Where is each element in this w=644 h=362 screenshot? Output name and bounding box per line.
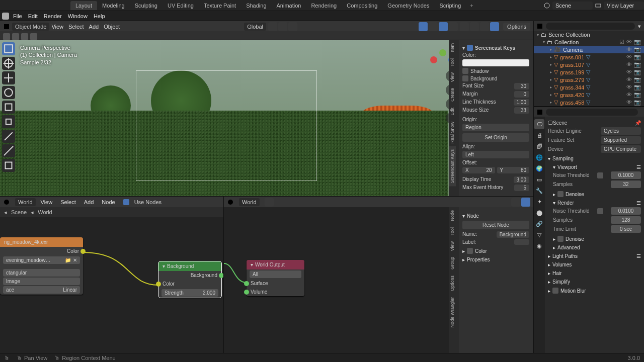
set-origin-button[interactable]: Set Origin: [462, 133, 529, 142]
tool-move[interactable]: [2, 71, 15, 84]
node-canvas-right[interactable]: ▾World Output All Surface Volume: [224, 207, 449, 353]
ntab-tool[interactable]: Tool: [449, 55, 456, 70]
setab-view[interactable]: View: [449, 238, 456, 254]
presets-icon[interactable]: ☰: [636, 164, 641, 170]
reset-node-button[interactable]: Reset Node: [462, 221, 529, 229]
outliner-item[interactable]: ▸▽grass.344▽👁📷: [534, 83, 644, 91]
ws-tab-script[interactable]: Scripting: [434, 1, 466, 10]
node-background[interactable]: ▾Background Background Color Strength2.0…: [158, 261, 221, 298]
tab-world-icon[interactable]: 🌍: [534, 163, 544, 173]
outliner-item-camera[interactable]: ▸🎥Camera👁📷: [534, 46, 644, 53]
shadow-checkbox[interactable]: [462, 68, 468, 74]
tool-measure[interactable]: [2, 144, 15, 157]
props-search[interactable]: [546, 109, 638, 116]
tool-add-cube[interactable]: [2, 159, 15, 172]
ws-tab-geo[interactable]: Geometry Nodes: [382, 1, 434, 10]
orientation-dropdown[interactable]: Global: [244, 23, 266, 31]
workspace-add-button[interactable]: +: [470, 3, 473, 9]
setab-options[interactable]: Options: [449, 273, 456, 294]
setab-node[interactable]: Node: [449, 207, 456, 224]
exclude-icon[interactable]: ☑: [619, 39, 624, 45]
ws-tab-uv[interactable]: UV Editing: [163, 1, 199, 10]
outliner-item[interactable]: ▸▽grass.279▽👁📷: [534, 76, 644, 83]
ts-icon[interactable]: [12, 33, 19, 40]
r-samples-field[interactable]: 128: [611, 216, 641, 224]
max-history-field[interactable]: 5: [514, 185, 529, 191]
outliner-item[interactable]: ▸▽grass.420▽👁📷: [534, 91, 644, 99]
offset-x-field[interactable]: 20: [486, 167, 492, 173]
device-select[interactable]: GPU Compute: [601, 145, 641, 153]
vp-menu-object[interactable]: Object: [104, 24, 120, 30]
menu-file[interactable]: File: [13, 13, 22, 19]
line-thickness-field[interactable]: 1.00: [514, 99, 529, 106]
ntab-edit[interactable]: Edit: [449, 105, 456, 119]
tab-physics-icon[interactable]: ⬤: [534, 208, 544, 218]
menu-help[interactable]: Help: [94, 13, 105, 19]
tool-scale[interactable]: [2, 101, 15, 114]
menu-window[interactable]: Window: [68, 13, 88, 19]
tab-scene-icon[interactable]: 🌐: [534, 152, 544, 162]
pin-icon[interactable]: 📌: [635, 120, 641, 126]
vp-menu-view[interactable]: View: [51, 24, 63, 30]
setab-wrangler[interactable]: Node Wrangler: [449, 294, 456, 330]
r-noise-checkbox[interactable]: [597, 208, 603, 214]
outliner-item[interactable]: ▸▽grass.081▽👁📷: [534, 53, 644, 61]
unlink-icon[interactable]: ✕: [73, 257, 77, 263]
ws-tab-layout[interactable]: Layout: [70, 1, 97, 10]
node-world-output[interactable]: ▾World Output All Surface Volume: [247, 260, 304, 296]
projection-select[interactable]: ctangular: [3, 269, 80, 277]
outliner-collection[interactable]: ▾🗀Collection☑👁📷: [534, 38, 644, 46]
presets-icon[interactable]: ☰: [636, 200, 641, 206]
mouse-size-field[interactable]: 33: [514, 107, 529, 114]
editor-type-icon[interactable]: [3, 199, 10, 206]
origin-select[interactable]: Region: [462, 124, 529, 131]
eye-icon[interactable]: 👁: [626, 39, 632, 45]
editor-type-icon[interactable]: [3, 23, 10, 30]
vp-denoise-checkbox[interactable]: [557, 191, 564, 197]
ntab-snow[interactable]: Real Snow: [449, 119, 456, 147]
pin-icon[interactable]: [265, 198, 274, 207]
align-select[interactable]: Left: [462, 151, 529, 158]
screencast-enable-checkbox[interactable]: [467, 45, 473, 51]
browse-icon[interactable]: 📁: [65, 257, 71, 263]
ts-icon[interactable]: [3, 33, 10, 40]
margin-field[interactable]: 0: [514, 91, 529, 98]
ws-tab-sculpting[interactable]: Sculpting: [130, 1, 163, 10]
ws-tab-shading[interactable]: Shading: [241, 1, 271, 10]
crumb-world[interactable]: World: [38, 209, 52, 215]
r-noise-field[interactable]: 0.0100: [611, 207, 641, 215]
menu-render[interactable]: Render: [44, 13, 62, 19]
scene-datablock[interactable]: Scene: [553, 120, 567, 126]
ntab-item[interactable]: Item: [449, 40, 456, 55]
display-time-field[interactable]: 3.00: [514, 176, 529, 183]
viewport-3d[interactable]: Camera Perspective (1) Collection | Came…: [0, 40, 533, 196]
ws-tab-modeling[interactable]: Modeling: [97, 1, 130, 10]
render-engine-select[interactable]: Cycles: [601, 127, 641, 135]
mode-dropdown[interactable]: Object Mode: [12, 23, 49, 31]
options-popover[interactable]: Options: [503, 23, 530, 31]
tab-render-icon[interactable]: 🖵: [534, 119, 544, 129]
node-env-texture[interactable]: ng_meadow_4k.exr Color evening_meadow…📁✕…: [0, 237, 83, 295]
tab-data-icon[interactable]: ▽: [534, 230, 544, 240]
app-logo-icon[interactable]: [2, 13, 9, 20]
tab-material-icon[interactable]: ◉: [534, 241, 544, 251]
r-denoise-checkbox[interactable]: [557, 236, 564, 242]
tool-rotate[interactable]: [2, 86, 15, 99]
ntab-view[interactable]: View: [449, 69, 456, 85]
use-nodes-checkbox[interactable]: [123, 199, 129, 205]
props-type-icon[interactable]: [537, 109, 543, 115]
tab-object-icon[interactable]: ▭: [534, 174, 544, 185]
outliner-item[interactable]: ▸▽grass.199▽👁📷: [534, 68, 644, 76]
menu-edit[interactable]: Edit: [28, 13, 38, 19]
outliner-item[interactable]: ▸▽grass.458▽👁📷: [534, 99, 644, 106]
vp-menu-select[interactable]: Select: [68, 24, 84, 30]
outliner-search[interactable]: [546, 23, 635, 30]
vp-noise-field[interactable]: 0.1000: [611, 171, 641, 179]
tab-particles-icon[interactable]: ✦: [534, 197, 544, 207]
outliner-type-icon[interactable]: [537, 23, 543, 29]
font-size-field[interactable]: 30: [514, 83, 529, 89]
overlay-toggles[interactable]: [419, 22, 458, 31]
tool-transform[interactable]: [2, 115, 15, 128]
node-color-checkbox[interactable]: [467, 248, 473, 254]
ntab-screencast[interactable]: Screencast Keys: [449, 146, 456, 187]
